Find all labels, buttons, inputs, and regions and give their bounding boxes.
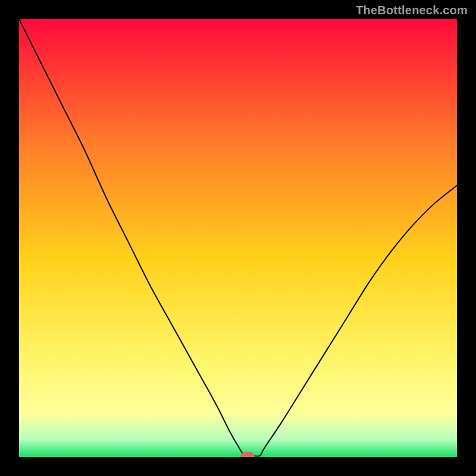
chart-svg [19,19,457,457]
chart-frame: TheBottleneck.com [0,0,476,476]
gradient-background [19,19,457,457]
plot-area [19,19,457,457]
watermark-text: TheBottleneck.com [356,4,468,17]
